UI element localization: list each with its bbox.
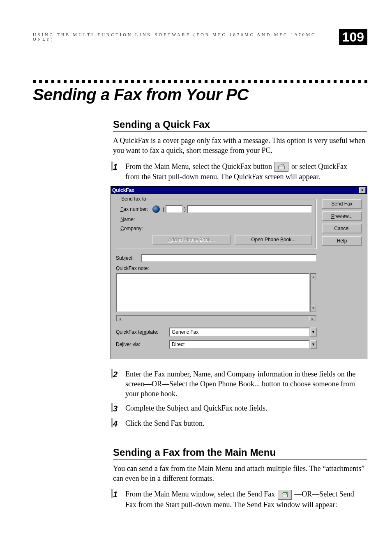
step-text: Complete the Subject and QuickFax note f… <box>125 403 367 414</box>
step-number: 4 <box>113 418 125 429</box>
section-title: Sending a Fax from Your PC <box>33 85 367 104</box>
cancel-button[interactable]: Cancel <box>322 224 362 233</box>
area-code-input[interactable] <box>166 205 183 213</box>
scroll-down-icon[interactable]: ▼ <box>311 305 316 312</box>
subject-label: Subject: <box>116 255 141 261</box>
running-head: USING THE MULTI-FUNCTION LINK SOFTWARE (… <box>33 32 334 42</box>
step-3: 3 Complete the Subject and QuickFax note… <box>113 403 367 414</box>
step-text: Enter the Fax number, Name, and Company … <box>125 369 367 399</box>
step-text: From the Main Menu, select the QuickFax … <box>125 162 367 182</box>
note-textarea[interactable] <box>116 273 310 312</box>
quickfax-dialog: QuickFax × Send fax to FFax number:ax nu… <box>111 186 367 359</box>
intro-quickfax: A QuickFax is a cover page only fax with… <box>113 136 367 156</box>
send-fax-to-group: Send fax to FFax number:ax number: ( ) N… <box>116 199 317 249</box>
svg-rect-0 <box>279 166 284 169</box>
intro-mainmenu: You can send a fax from the Main Menu an… <box>113 464 367 484</box>
step-text: Click the Send Fax button. <box>125 418 367 429</box>
groupbox-label: Send fax to <box>120 196 148 202</box>
close-icon[interactable]: × <box>359 187 366 193</box>
name-label: Name: <box>120 217 152 222</box>
send-fax-button[interactable]: Send Fax <box>322 199 362 209</box>
step-number: 3 <box>113 403 125 414</box>
mm-step1-a: From the Main Menu window, select the Se… <box>125 490 277 498</box>
note-label: QuickFax note: <box>116 265 317 271</box>
step-1: 1 From the Main Menu, select the QuickFa… <box>113 162 367 182</box>
svg-rect-2 <box>283 493 286 494</box>
deliver-label: Deliver via: <box>116 342 169 347</box>
page-header: USING THE MULTI-FUNCTION LINK SOFTWARE (… <box>33 29 367 47</box>
quickfax-note-area: ▲ ▼ <box>116 273 317 312</box>
step1-text-a: From the Main Menu, select the QuickFax … <box>125 162 274 171</box>
dialog-titlebar: QuickFax × <box>111 187 367 194</box>
step-number: 2 <box>113 369 125 399</box>
vertical-scrollbar[interactable]: ▲ ▼ <box>310 273 317 312</box>
page-number: 109 <box>339 29 367 45</box>
dialog-title: QuickFax <box>112 187 134 193</box>
template-value[interactable]: Generic Fax <box>169 328 310 337</box>
decorative-dots <box>33 80 367 83</box>
horizontal-scrollbar[interactable]: ◄ ► <box>116 315 317 322</box>
step-4: 4 Click the Send Fax button. <box>113 418 367 429</box>
scroll-left-icon[interactable]: ◄ <box>117 316 123 321</box>
fax-number-label: FFax number:ax number: <box>120 206 152 212</box>
globe-icon[interactable] <box>152 205 160 213</box>
help-button[interactable]: Help <box>322 236 362 246</box>
heading-quickfax: Sending a Quick Fax <box>113 119 367 132</box>
open-phonebook-button[interactable]: Open Phone Book... <box>235 235 313 245</box>
step-number: 1 <box>113 162 125 182</box>
heading-mainmenu: Sending a Fax from the Main Menu <box>113 447 367 459</box>
quickfax-toolbar-icon <box>274 162 288 172</box>
sendfax-toolbar-icon <box>278 490 292 500</box>
preview-button[interactable]: Preview... <box>322 211 362 221</box>
template-label: QuickFax template: <box>116 329 169 335</box>
add-to-phonebook-button[interactable]: Add to Phone Book... <box>152 235 231 245</box>
company-label: Company: <box>120 226 152 231</box>
deliver-combo[interactable]: Direct ▼ <box>169 340 317 349</box>
mm-step-1: 1 From the Main Menu window, select the … <box>113 489 367 510</box>
scroll-up-icon[interactable]: ▲ <box>311 274 316 280</box>
step-text: From the Main Menu window, select the Se… <box>125 489 367 510</box>
step-2: 2 Enter the Fax number, Name, and Compan… <box>113 369 367 399</box>
fax-number-input[interactable] <box>187 205 312 213</box>
scroll-right-icon[interactable]: ► <box>309 316 316 321</box>
paren-close: ) <box>184 206 186 212</box>
chevron-down-icon[interactable]: ▼ <box>310 328 317 337</box>
paren-open: ( <box>163 206 164 212</box>
deliver-value[interactable]: Direct <box>169 340 310 349</box>
step-number: 1 <box>113 489 125 510</box>
chevron-down-icon[interactable]: ▼ <box>310 340 317 349</box>
subject-input[interactable] <box>141 254 317 262</box>
template-combo[interactable]: Generic Fax ▼ <box>169 328 317 337</box>
